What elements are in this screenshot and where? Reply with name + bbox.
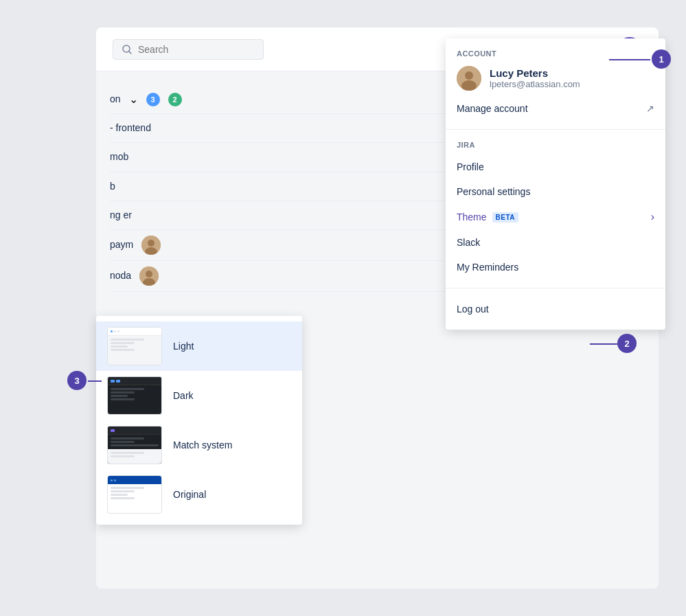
svg-line-1 <box>129 52 131 54</box>
manage-account-label: Manage account <box>457 103 528 114</box>
theme-preview-light <box>107 327 162 365</box>
slack-label: Slack <box>457 237 480 248</box>
callout-line-1 <box>609 59 650 60</box>
bg-row-text-5: ng er <box>110 207 132 224</box>
jira-section-label: JIRA <box>446 138 665 155</box>
slack-item[interactable]: Slack <box>446 230 665 255</box>
theme-option-light[interactable]: Light <box>96 321 302 371</box>
bg-row-text-4: b <box>110 178 115 195</box>
account-user-details: Lucy Peters lpeters@atlassian.com <box>490 67 580 89</box>
callout-line-2 <box>590 343 617 345</box>
reminders-label: My Reminders <box>457 262 518 273</box>
account-name: Lucy Peters <box>490 67 580 79</box>
bg-row-text-2: - frontend <box>110 119 151 137</box>
theme-preview-original <box>107 475 162 514</box>
row-avatar-1 <box>141 236 161 255</box>
dropdown-logout-section: Log out <box>446 288 665 330</box>
theme-label: Theme <box>457 212 487 223</box>
theme-option-dark[interactable]: Dark <box>96 371 302 420</box>
profile-item[interactable]: Profile <box>446 155 665 179</box>
theme-option-original[interactable]: Original <box>96 470 302 519</box>
personal-settings-label: Personal settings <box>457 186 530 197</box>
theme-original-label: Original <box>173 489 206 500</box>
search-box[interactable] <box>113 39 264 60</box>
search-input[interactable] <box>138 44 248 55</box>
logout-item[interactable]: Log out <box>446 297 665 321</box>
account-section-label: ACCOUNT <box>446 47 665 63</box>
theme-preview-match <box>107 426 162 464</box>
account-info: Lucy Peters lpeters@atlassian.com <box>446 63 665 96</box>
bg-row-text-3: mob <box>110 148 128 166</box>
badge-2: 2 <box>168 93 182 106</box>
svg-point-9 <box>148 240 155 247</box>
profile-label: Profile <box>457 161 484 172</box>
svg-point-15 <box>465 71 473 80</box>
theme-submenu: Light Dark <box>96 316 302 525</box>
theme-item-left: Theme BETA <box>457 212 518 223</box>
account-email: lpeters@atlassian.com <box>490 79 580 89</box>
reminders-item[interactable]: My Reminders <box>446 255 665 280</box>
account-avatar <box>457 66 481 91</box>
callout-1: 1 <box>652 49 671 69</box>
chevron-right-icon: › <box>651 211 654 223</box>
account-dropdown: ACCOUNT Lucy Peters lpeters@atlassian.co… <box>446 38 665 330</box>
dropdown-account-section: ACCOUNT Lucy Peters lpeters@atlassian.co… <box>446 38 665 130</box>
search-icon <box>122 44 133 55</box>
bg-row-text-6: paym <box>110 236 133 253</box>
theme-dark-label: Dark <box>173 390 194 401</box>
external-link-icon: ↗ <box>646 103 654 114</box>
callout-3: 3 <box>67 371 87 390</box>
theme-light-label: Light <box>173 341 194 352</box>
beta-badge: BETA <box>492 212 518 223</box>
logout-label: Log out <box>457 304 489 315</box>
bg-row-text-1: on <box>110 91 121 108</box>
svg-point-12 <box>146 271 152 277</box>
row-avatar-2 <box>139 266 159 286</box>
dropdown-jira-section: JIRA Profile Personal settings Theme BET… <box>446 130 665 288</box>
chevron-down-icon: ⌄ <box>129 93 138 106</box>
callout-2: 2 <box>617 334 637 353</box>
personal-settings-item[interactable]: Personal settings <box>446 179 665 204</box>
badge-3: 3 <box>146 93 160 106</box>
theme-item[interactable]: Theme BETA › <box>446 204 665 230</box>
theme-preview-dark <box>107 376 162 415</box>
theme-option-match[interactable]: Match system <box>96 420 302 470</box>
manage-account-item[interactable]: Manage account ↗ <box>446 96 665 121</box>
theme-match-label: Match system <box>173 440 232 450</box>
bg-row-text-7: noda <box>110 267 131 284</box>
callout-line-3 <box>88 380 102 382</box>
